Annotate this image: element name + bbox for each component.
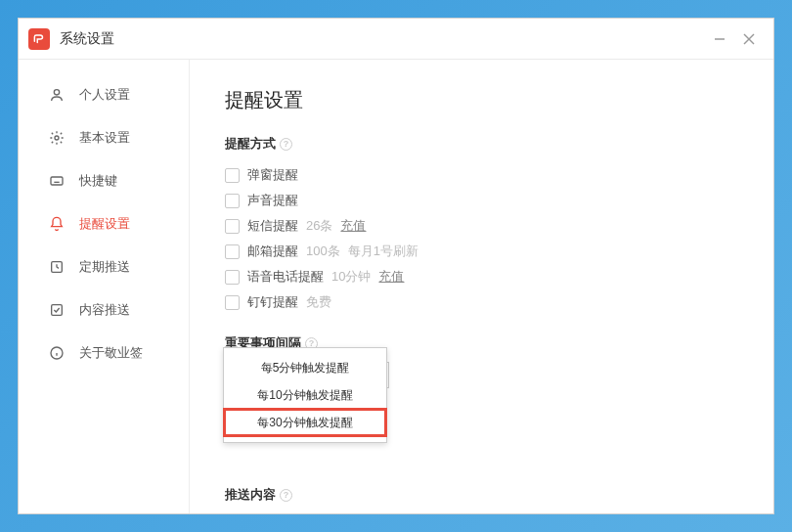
sidebar-item-label: 基本设置 [79,129,130,147]
section-push-content: 推送内容 ? [225,486,738,504]
voice-recharge-link[interactable]: 充值 [378,268,404,286]
content-area: 提醒设置 提醒方式 ? 弹窗提醒 声音提醒 短信提醒 26条 充值 邮 [190,60,773,513]
bell-icon [48,215,66,233]
checkbox[interactable] [225,244,240,259]
checkbox-row-voice[interactable]: 语音电话提醒 10分钟 充值 [225,264,738,289]
sidebar-item-label: 个人设置 [79,86,130,104]
checkbox[interactable] [225,270,240,285]
checkbox-label: 短信提醒 [247,217,298,235]
settings-window: 系统设置 个人设置 基本设置 快捷键 提醒设置 [18,18,774,514]
checkbox[interactable] [225,295,240,310]
checkbox[interactable] [225,219,240,234]
gear-icon [48,129,66,147]
svg-rect-11 [52,305,63,316]
checkbox-label: 邮箱提醒 [247,243,298,260]
info-icon [48,344,66,362]
sidebar-item-personal[interactable]: 个人设置 [19,73,189,116]
dropdown-option-selected[interactable]: 每30分钟触发提醒 [224,409,386,436]
sidebar-item-label: 快捷键 [79,172,117,190]
checkbox-row-sms[interactable]: 短信提醒 26条 充值 [225,213,738,239]
sidebar-item-reminder[interactable]: 提醒设置 [19,202,189,245]
sidebar-item-content-push[interactable]: 内容推送 [19,288,189,332]
voice-duration: 10分钟 [331,268,371,286]
checkbox-row-mail[interactable]: 邮箱提醒 100条 每月1号刷新 [225,239,738,264]
help-icon[interactable]: ? [280,489,292,502]
send-icon [48,301,66,319]
sms-recharge-link[interactable]: 充值 [340,217,366,235]
keyboard-icon [48,172,66,190]
checkbox-row-dingtalk[interactable]: 钉钉提醒 免费 [225,289,738,315]
checkbox-label: 声音提醒 [247,192,298,209]
sms-count: 26条 [306,217,332,235]
close-button[interactable] [734,24,764,54]
help-icon[interactable]: ? [280,138,292,151]
checkbox-row-sound[interactable]: 声音提醒 [225,188,738,213]
sidebar-item-label: 内容推送 [79,301,130,319]
checkbox[interactable] [225,168,240,183]
titlebar: 系统设置 [19,19,773,60]
checkbox-row-popup[interactable]: 弹窗提醒 [225,162,738,188]
sidebar-item-about[interactable]: 关于敬业签 [19,332,189,375]
sidebar: 个人设置 基本设置 快捷键 提醒设置 定期推送 内容推送 [19,60,190,513]
page-title: 提醒设置 [225,87,738,113]
sidebar-item-schedule[interactable]: 定期推送 [19,245,189,288]
app-icon [28,28,50,50]
section-reminder-method: 提醒方式 ? [225,135,738,153]
minimize-button[interactable] [705,24,734,54]
interval-dropdown: 每5分钟触发提醒 每10分钟触发提醒 每30分钟触发提醒 [223,347,387,443]
mail-count: 100条 [306,243,340,260]
svg-point-4 [55,136,59,140]
svg-point-3 [54,90,59,95]
window-title: 系统设置 [60,30,705,48]
checkbox-label: 语音电话提醒 [247,268,324,286]
dropdown-option[interactable]: 每10分钟触发提醒 [224,381,386,409]
person-icon [48,86,66,104]
checkbox-label: 弹窗提醒 [247,166,298,184]
sidebar-item-label: 定期推送 [79,258,130,276]
svg-rect-5 [51,177,63,185]
window-body: 个人设置 基本设置 快捷键 提醒设置 定期推送 内容推送 [19,60,773,513]
checkbox-label: 钉钉提醒 [247,293,298,311]
clock-icon [48,258,66,276]
sidebar-item-shortcut[interactable]: 快捷键 [19,159,189,202]
dropdown-option[interactable]: 每5分钟触发提醒 [224,354,386,381]
sidebar-item-label: 提醒设置 [79,215,130,233]
sidebar-item-label: 关于敬业签 [79,344,143,362]
checkbox[interactable] [225,194,240,208]
mail-refresh-note: 每月1号刷新 [348,243,418,260]
ding-free-note: 免费 [306,293,331,311]
sidebar-item-basic[interactable]: 基本设置 [19,116,189,159]
